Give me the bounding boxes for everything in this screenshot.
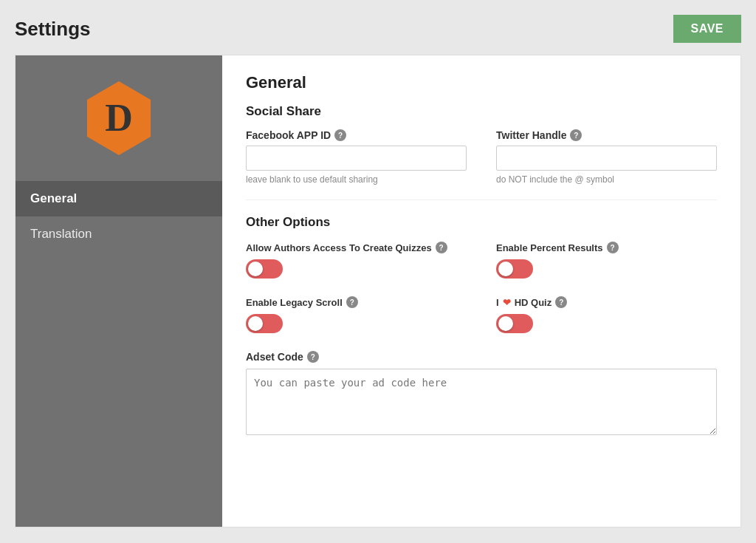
toggle-hd-quiz: I ❤ HD Quiz ? [496, 296, 717, 333]
facebook-help-icon[interactable]: ? [334, 129, 346, 141]
other-options-title: Other Options [246, 215, 717, 230]
adset-section: Adset Code ? [246, 351, 717, 438]
enable-legacy-help-icon[interactable]: ? [346, 296, 358, 308]
toggle-enable-legacy-label: Enable Legacy Scroll ? [246, 296, 467, 308]
enable-percent-thumb [498, 262, 513, 276]
section-title: General [246, 73, 717, 92]
allow-authors-thumb [248, 262, 263, 276]
social-share-section: Social Share Facebook APP ID ? leave bla… [246, 104, 717, 185]
facebook-hint: leave blank to use default sharing [246, 174, 467, 185]
other-options-section: Other Options Allow Authors Access To Cr… [246, 215, 717, 333]
twitter-label: Twitter Handle ? [496, 129, 717, 141]
enable-percent-toggle[interactable] [496, 259, 533, 279]
adset-label: Adset Code ? [246, 351, 717, 363]
toggle-enable-percent: Enable Percent Results ? [496, 242, 717, 279]
toggle-allow-authors: Allow Authors Access To Create Quizzes ? [246, 242, 467, 279]
toggle-grid: Allow Authors Access To Create Quizzes ?… [246, 242, 717, 333]
enable-legacy-toggle[interactable] [246, 314, 283, 333]
toggle-enable-legacy: Enable Legacy Scroll ? [246, 296, 467, 333]
allow-authors-toggle[interactable] [246, 259, 283, 279]
page-title: Settings [15, 18, 91, 41]
toggle-enable-percent-label: Enable Percent Results ? [496, 242, 717, 253]
logo-hexagon: D [82, 81, 156, 155]
twitter-input[interactable] [496, 146, 717, 171]
section-divider [246, 199, 717, 200]
toggle-allow-authors-label: Allow Authors Access To Create Quizzes ? [246, 242, 467, 253]
logo-letter: D [105, 99, 133, 137]
twitter-hint: do NOT include the @ symbol [496, 174, 717, 185]
adset-help-icon[interactable]: ? [307, 351, 319, 363]
sidebar-item-general[interactable]: General [16, 181, 222, 216]
save-button[interactable]: SAVE [673, 15, 741, 43]
enable-percent-track [496, 259, 533, 279]
enable-percent-help-icon[interactable]: ? [607, 242, 619, 253]
enable-legacy-thumb [248, 316, 263, 331]
logo-hexagon-wrapper: D [78, 78, 159, 159]
allow-authors-track [246, 259, 283, 279]
hd-quiz-help-icon[interactable]: ? [555, 296, 567, 308]
allow-authors-help-icon[interactable]: ? [436, 242, 447, 253]
main-content: General Social Share Facebook APP ID ? l… [222, 55, 740, 527]
facebook-group: Facebook APP ID ? leave blank to use def… [246, 129, 467, 185]
sidebar: D General Translation [16, 55, 222, 527]
toggle-hd-quiz-label: I ❤ HD Quiz ? [496, 296, 717, 308]
sidebar-logo: D [16, 55, 222, 181]
twitter-help-icon[interactable]: ? [570, 129, 582, 141]
social-share-row: Facebook APP ID ? leave blank to use def… [246, 129, 717, 185]
heart-icon: ❤ [503, 297, 511, 308]
facebook-label: Facebook APP ID ? [246, 129, 467, 141]
hd-quiz-toggle[interactable] [496, 314, 533, 333]
twitter-group: Twitter Handle ? do NOT include the @ sy… [496, 129, 717, 185]
sidebar-item-translation[interactable]: Translation [16, 216, 222, 252]
adset-textarea[interactable] [246, 369, 717, 435]
hd-quiz-thumb [498, 316, 513, 331]
hd-quiz-track [496, 314, 533, 333]
enable-legacy-track [246, 314, 283, 333]
social-share-title: Social Share [246, 104, 717, 119]
facebook-input[interactable] [246, 146, 467, 171]
